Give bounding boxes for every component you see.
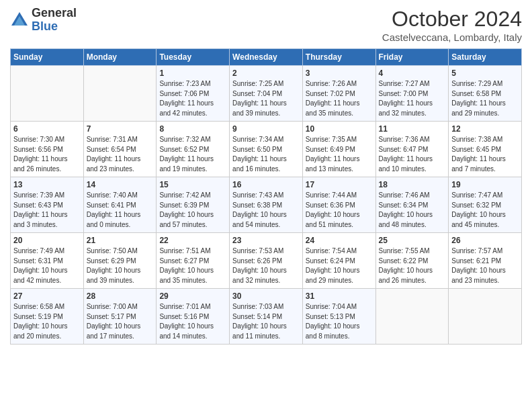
logo-icon (10, 11, 29, 30)
calendar-body: 1Sunrise: 7:23 AMSunset: 7:06 PMDaylight… (11, 66, 522, 345)
day-info: Sunrise: 7:34 AMSunset: 6:50 PMDaylight:… (232, 135, 300, 174)
day-number: 4 (379, 68, 446, 78)
page-header: General Blue October 2024 Castelveccana,… (10, 7, 522, 43)
location-text: Castelveccana, Lombardy, Italy (382, 32, 522, 43)
day-header-wednesday: Wednesday (230, 49, 303, 66)
logo: General Blue (10, 7, 77, 34)
day-number: 20 (13, 236, 81, 245)
calendar-cell: 10Sunrise: 7:35 AMSunset: 6:49 PMDayligh… (302, 122, 375, 177)
day-number: 12 (451, 124, 519, 134)
calendar-cell: 12Sunrise: 7:38 AMSunset: 6:45 PMDayligh… (449, 122, 522, 177)
calendar-cell: 21Sunrise: 7:50 AMSunset: 6:29 PMDayligh… (83, 233, 157, 289)
day-info: Sunrise: 7:53 AMSunset: 6:26 PMDaylight:… (232, 246, 300, 285)
day-info: Sunrise: 7:32 AMSunset: 6:52 PMDaylight:… (159, 135, 226, 174)
calendar-cell: 9Sunrise: 7:34 AMSunset: 6:50 PMDaylight… (230, 122, 303, 177)
day-number: 25 (379, 236, 446, 245)
calendar-cell: 25Sunrise: 7:55 AMSunset: 6:22 PMDayligh… (375, 233, 449, 289)
calendar-cell: 16Sunrise: 7:43 AMSunset: 6:38 PMDayligh… (230, 177, 303, 233)
day-info: Sunrise: 7:04 AMSunset: 5:13 PMDaylight:… (306, 302, 373, 341)
calendar-cell: 20Sunrise: 7:49 AMSunset: 6:31 PMDayligh… (11, 233, 84, 289)
day-info: Sunrise: 7:27 AMSunset: 7:00 PMDaylight:… (379, 79, 446, 118)
day-info: Sunrise: 7:25 AMSunset: 7:04 PMDaylight:… (232, 79, 300, 118)
day-info: Sunrise: 7:31 AMSunset: 6:54 PMDaylight:… (87, 135, 154, 174)
day-number: 22 (159, 236, 226, 245)
day-number: 11 (379, 124, 446, 134)
day-info: Sunrise: 7:29 AMSunset: 6:58 PMDaylight:… (451, 79, 519, 118)
day-number: 1 (159, 68, 226, 78)
logo-blue-text: Blue (32, 19, 58, 33)
calendar-week-4: 20Sunrise: 7:49 AMSunset: 6:31 PMDayligh… (11, 233, 522, 289)
day-info: Sunrise: 6:58 AMSunset: 5:19 PMDaylight:… (13, 302, 81, 341)
calendar-week-1: 1Sunrise: 7:23 AMSunset: 7:06 PMDaylight… (11, 66, 522, 122)
calendar-week-2: 6Sunrise: 7:30 AMSunset: 6:56 PMDaylight… (11, 122, 522, 177)
day-header-tuesday: Tuesday (157, 49, 230, 66)
calendar-cell (11, 66, 84, 122)
day-info: Sunrise: 7:39 AMSunset: 6:43 PMDaylight:… (13, 191, 81, 230)
day-info: Sunrise: 7:01 AMSunset: 5:16 PMDaylight:… (159, 302, 226, 341)
day-number: 5 (451, 68, 519, 78)
day-info: Sunrise: 7:23 AMSunset: 7:06 PMDaylight:… (159, 79, 226, 118)
day-number: 19 (451, 180, 519, 189)
day-info: Sunrise: 7:44 AMSunset: 6:36 PMDaylight:… (306, 191, 373, 230)
day-info: Sunrise: 7:51 AMSunset: 6:27 PMDaylight:… (159, 246, 226, 285)
calendar-cell (375, 289, 449, 345)
day-number: 13 (13, 180, 81, 189)
day-info: Sunrise: 7:35 AMSunset: 6:49 PMDaylight:… (306, 135, 373, 174)
day-number: 28 (87, 291, 154, 301)
day-number: 15 (159, 180, 226, 189)
calendar-cell: 14Sunrise: 7:40 AMSunset: 6:41 PMDayligh… (83, 177, 157, 233)
calendar-cell (449, 289, 522, 345)
day-number: 21 (87, 236, 154, 245)
day-number: 7 (87, 124, 154, 134)
day-header-sunday: Sunday (11, 49, 84, 66)
calendar-cell: 29Sunrise: 7:01 AMSunset: 5:16 PMDayligh… (157, 289, 230, 345)
day-info: Sunrise: 7:43 AMSunset: 6:38 PMDaylight:… (232, 191, 300, 230)
calendar-week-3: 13Sunrise: 7:39 AMSunset: 6:43 PMDayligh… (11, 177, 522, 233)
calendar-header: SundayMondayTuesdayWednesdayThursdayFrid… (11, 49, 522, 66)
calendar-cell: 11Sunrise: 7:36 AMSunset: 6:47 PMDayligh… (375, 122, 449, 177)
day-number: 29 (159, 291, 226, 301)
day-number: 18 (379, 180, 446, 189)
day-info: Sunrise: 7:47 AMSunset: 6:32 PMDaylight:… (451, 191, 519, 230)
day-info: Sunrise: 7:57 AMSunset: 6:21 PMDaylight:… (451, 246, 519, 285)
day-header-saturday: Saturday (449, 49, 522, 66)
day-info: Sunrise: 7:03 AMSunset: 5:14 PMDaylight:… (232, 302, 300, 341)
day-info: Sunrise: 7:38 AMSunset: 6:45 PMDaylight:… (451, 135, 519, 174)
day-number: 6 (13, 124, 81, 134)
day-number: 26 (451, 236, 519, 245)
month-title: October 2024 (382, 7, 522, 32)
calendar-cell: 4Sunrise: 7:27 AMSunset: 7:00 PMDaylight… (375, 66, 449, 122)
calendar-cell: 26Sunrise: 7:57 AMSunset: 6:21 PMDayligh… (449, 233, 522, 289)
day-number: 10 (306, 124, 373, 134)
calendar-cell: 31Sunrise: 7:04 AMSunset: 5:13 PMDayligh… (302, 289, 375, 345)
day-number: 14 (87, 180, 154, 189)
day-number: 2 (232, 68, 300, 78)
calendar-week-5: 27Sunrise: 6:58 AMSunset: 5:19 PMDayligh… (11, 289, 522, 345)
calendar-cell: 27Sunrise: 6:58 AMSunset: 5:19 PMDayligh… (11, 289, 84, 345)
day-info: Sunrise: 7:26 AMSunset: 7:02 PMDaylight:… (306, 79, 373, 118)
logo-general-text: General (32, 6, 77, 19)
day-number: 9 (232, 124, 300, 134)
day-info: Sunrise: 7:42 AMSunset: 6:39 PMDaylight:… (159, 191, 226, 230)
calendar-cell: 7Sunrise: 7:31 AMSunset: 6:54 PMDaylight… (83, 122, 157, 177)
day-info: Sunrise: 7:36 AMSunset: 6:47 PMDaylight:… (379, 135, 446, 174)
calendar-cell: 1Sunrise: 7:23 AMSunset: 7:06 PMDaylight… (157, 66, 230, 122)
day-info: Sunrise: 7:55 AMSunset: 6:22 PMDaylight:… (379, 246, 446, 285)
calendar-cell: 15Sunrise: 7:42 AMSunset: 6:39 PMDayligh… (157, 177, 230, 233)
day-info: Sunrise: 7:49 AMSunset: 6:31 PMDaylight:… (13, 246, 81, 285)
calendar-cell (83, 66, 157, 122)
day-header-monday: Monday (83, 49, 157, 66)
day-info: Sunrise: 7:00 AMSunset: 5:17 PMDaylight:… (87, 302, 154, 341)
day-header-friday: Friday (375, 49, 449, 66)
calendar-cell: 18Sunrise: 7:46 AMSunset: 6:34 PMDayligh… (375, 177, 449, 233)
calendar-cell: 24Sunrise: 7:54 AMSunset: 6:24 PMDayligh… (302, 233, 375, 289)
title-block: October 2024 Castelveccana, Lombardy, It… (382, 7, 522, 43)
day-header-thursday: Thursday (302, 49, 375, 66)
calendar-cell: 8Sunrise: 7:32 AMSunset: 6:52 PMDaylight… (157, 122, 230, 177)
calendar-cell: 22Sunrise: 7:51 AMSunset: 6:27 PMDayligh… (157, 233, 230, 289)
calendar-cell: 28Sunrise: 7:00 AMSunset: 5:17 PMDayligh… (83, 289, 157, 345)
day-number: 30 (232, 291, 300, 301)
day-number: 31 (306, 291, 373, 301)
calendar-cell: 3Sunrise: 7:26 AMSunset: 7:02 PMDaylight… (302, 66, 375, 122)
day-number: 3 (306, 68, 373, 78)
